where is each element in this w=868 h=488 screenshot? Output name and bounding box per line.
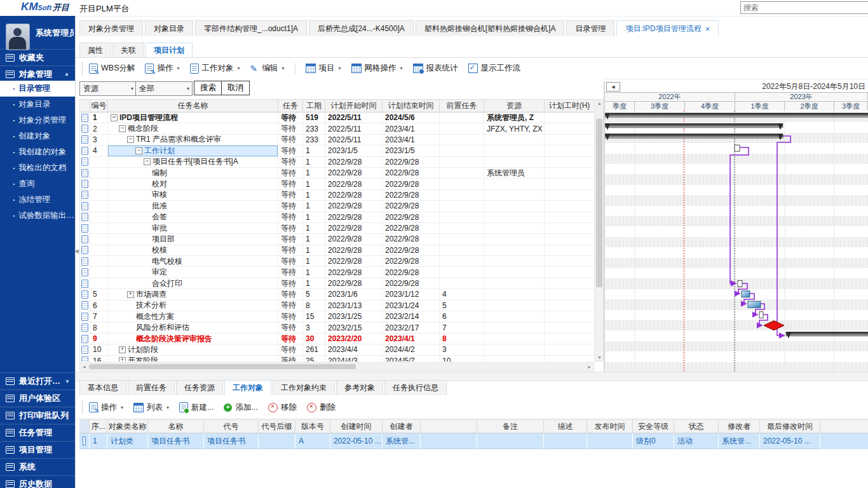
col-header-row-icon[interactable]: [80, 100, 90, 112]
chevron-down-icon[interactable]: ▾: [238, 65, 240, 71]
tab-后桥壳总成[24...-K4500]A[interactable]: 后桥壳总成[24...-K4500]A: [309, 20, 414, 36]
scope-filter-select[interactable]: 全部 ▾: [135, 81, 193, 96]
global-search-input[interactable]: [740, 1, 868, 14]
col-header-number[interactable]: 编号: [90, 100, 108, 112]
cell-task-name[interactable]: 审批: [108, 223, 278, 233]
gantt-summary-bar[interactable]: [605, 123, 783, 128]
task-row[interactable]: 8风险分析和评估等待32023/2/152023/2/177: [80, 322, 595, 333]
gantt-milestone-diamond[interactable]: [764, 321, 784, 330]
tab-项目:IPD项目管理流程[interactable]: 项目:IPD项目管理流程×: [616, 20, 719, 36]
cell-task-name[interactable]: 项目部: [108, 234, 278, 244]
tab-close-icon[interactable]: ×: [705, 24, 710, 34]
cell-task-name[interactable]: −项目任务书[项目任务书]A: [108, 157, 278, 167]
toolbar-button-操作[interactable]: 操作▾: [89, 402, 123, 413]
scrollbar-thumb[interactable]: [596, 119, 602, 287]
tab-塑料热熔接铆合机[塑料热熔接铆合机]A[interactable]: 塑料热熔接铆合机[塑料热熔接铆合机]A: [416, 20, 565, 36]
chevron-down-icon[interactable]: ▾: [121, 405, 123, 410]
tree-expander-icon[interactable]: −: [119, 125, 126, 132]
sidebar-item-目录管理[interactable]: 目录管理: [0, 81, 75, 97]
col-header-predecessor[interactable]: 前置任务: [440, 100, 484, 112]
object-col-header[interactable]: 版本号: [295, 420, 330, 433]
cell-task-name[interactable]: −IPD项目管理流程: [108, 112, 278, 123]
sidebar-section-项目管理[interactable]: 项目管理: [0, 441, 75, 458]
task-row[interactable]: 7概念性方案等待152023/1/252023/2/146: [80, 311, 595, 322]
task-row[interactable]: 编制等待12022/9/282022/9/28系统管理员: [80, 168, 595, 179]
object-col-header[interactable]: 创建时间: [330, 420, 383, 433]
gantt-task-bar-small[interactable]: [735, 145, 740, 151]
object-col-header[interactable]: 安全等级: [633, 420, 674, 433]
object-col-header[interactable]: 描述: [544, 420, 587, 433]
toolbar-button-操作[interactable]: 操作▾: [145, 63, 179, 74]
toolbar-button-列表[interactable]: 列表▾: [133, 402, 169, 413]
task-row[interactable]: 审批等待12022/9/282022/9/28: [80, 223, 595, 234]
sidebar-item-查询[interactable]: 查询: [0, 176, 75, 192]
sidebar-item-创建对象[interactable]: 创建对象: [0, 128, 75, 144]
cell-task-name[interactable]: 技术分析: [108, 301, 278, 311]
col-header-duration[interactable]: 工期: [303, 100, 325, 112]
object-col-header[interactable]: 对象类名称: [107, 420, 148, 433]
cell-task-name[interactable]: −工作计划: [108, 146, 278, 156]
toolbar-button-工作对象[interactable]: 工作对象▾: [190, 63, 240, 74]
cell-task-name[interactable]: 校对: [108, 179, 278, 189]
scroll-left-icon[interactable]: ◄: [82, 365, 86, 369]
cancel-button[interactable]: 取消: [221, 81, 250, 95]
toolbar-button-添加...[interactable]: 添加...: [224, 402, 257, 413]
toolbar-button-项目[interactable]: 项目▾: [306, 63, 341, 74]
cell-task-name[interactable]: +开发阶段: [108, 356, 278, 362]
object-col-header[interactable]: 名称: [148, 420, 204, 433]
cell-task-name[interactable]: 概念性方案: [108, 311, 278, 322]
tab-对象目录[interactable]: 对象目录: [145, 20, 193, 36]
cell-task-name[interactable]: 概念阶段决策评审报告: [108, 334, 278, 344]
bottom-tab-工作对象[interactable]: 工作对象: [224, 380, 271, 395]
object-col-header[interactable]: 代号后缀: [259, 420, 295, 433]
work-object-row[interactable]: 1计划类项目任务书项目任务书A2022-05-10 ...系统管...级别0活动…: [79, 433, 868, 449]
resource-filter-select[interactable]: 资源 ▾: [79, 81, 137, 96]
col-header-plan-start[interactable]: 计划开始时间: [325, 100, 383, 112]
task-row[interactable]: 5+市场调查等待52023/1/62023/1/124: [80, 289, 595, 300]
tree-expander-icon[interactable]: −: [127, 136, 134, 143]
gantt-summary-bar[interactable]: [786, 332, 868, 336]
cell-task-name[interactable]: 电气校核: [108, 256, 278, 266]
cell-task-name[interactable]: 审定: [108, 267, 278, 277]
tree-expander-icon[interactable]: +: [119, 346, 126, 353]
col-header-plan-hours[interactable]: 计划工时(H): [545, 100, 595, 112]
cell-task-name[interactable]: −概念阶段: [108, 123, 278, 133]
sidebar-item-试验数据输出…[interactable]: 试验数据输出…: [0, 208, 75, 224]
scroll-down-icon[interactable]: ▼: [597, 355, 602, 360]
chevron-down-icon[interactable]: ▾: [166, 405, 169, 410]
col-header-status[interactable]: 任务: [278, 100, 303, 112]
cell-task-name[interactable]: 会签: [108, 212, 278, 222]
task-row[interactable]: 16+开发阶段等待252024/4/32024/5/710: [80, 356, 595, 362]
task-row[interactable]: 校核等待12022/9/282022/9/28: [80, 245, 595, 256]
cell-task-name[interactable]: 批准: [108, 201, 278, 211]
task-row[interactable]: 校对等待12022/9/282022/9/28: [80, 179, 595, 189]
tree-expander-icon[interactable]: +: [119, 357, 126, 362]
col-header-plan-end[interactable]: 计划结束时间: [383, 100, 440, 112]
object-col-header[interactable]: 发布时间: [587, 420, 633, 433]
horizontal-scrollbar[interactable]: ◄ ►: [79, 362, 594, 371]
sidebar-section-任务管理[interactable]: 任务管理: [0, 424, 75, 441]
cell-task-name[interactable]: +计划阶段: [108, 344, 278, 355]
chevron-icon[interactable]: ▲: [64, 71, 69, 77]
tab-目录管理[interactable]: 目录管理: [566, 20, 614, 36]
gantt-task-bar[interactable]: [742, 291, 750, 297]
task-row[interactable]: 批准等待12022/9/282022/9/28: [80, 201, 595, 212]
gantt-summary-bar[interactable]: [605, 113, 868, 118]
chevron-down-icon[interactable]: ▾: [177, 65, 179, 71]
scrollbar-thumb[interactable]: [89, 364, 356, 369]
object-col-header[interactable]: [79, 420, 90, 433]
sidebar-section-对象管理[interactable]: 对象管理▲: [0, 65, 75, 82]
toolbar-button-编辑[interactable]: 编辑▾: [250, 63, 285, 74]
chevron-down-icon[interactable]: ▾: [400, 65, 403, 71]
user-avatar[interactable]: [6, 24, 30, 50]
task-row[interactable]: 审定等待12022/9/282022/9/28: [80, 267, 595, 278]
task-row[interactable]: 4−工作计划等待12023/1/52023/1/5: [80, 146, 595, 156]
cell-task-name[interactable]: 编制: [108, 168, 278, 178]
task-row[interactable]: 10+计划阶段等待2612023/4/42024/4/23: [80, 344, 595, 355]
sidebar-collapse-icon[interactable]: ◀: [74, 248, 79, 254]
sidebar-section-系统[interactable]: 系统: [0, 458, 75, 475]
bottom-tab-前置任务[interactable]: 前置任务: [128, 380, 175, 395]
sidebar-section-历史数据[interactable]: 历史数据: [0, 475, 75, 488]
scroll-right-icon[interactable]: ►: [587, 365, 592, 369]
object-col-header[interactable]: 序...: [90, 420, 107, 433]
